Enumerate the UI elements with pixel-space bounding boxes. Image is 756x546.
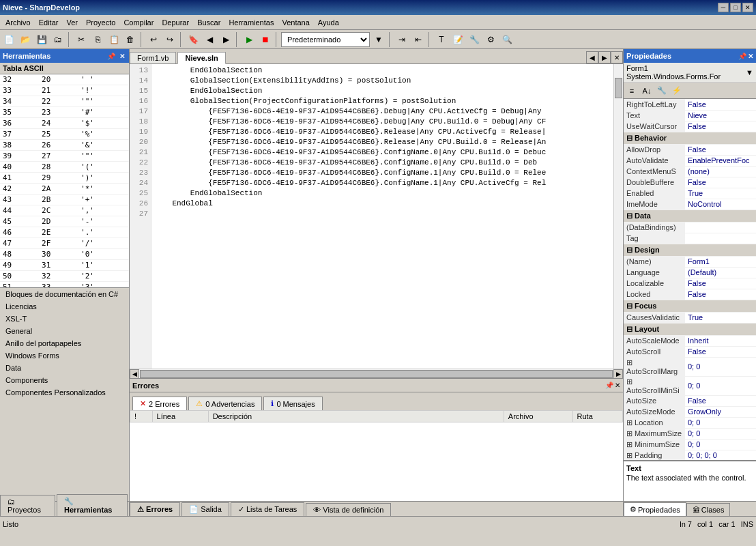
t3-btn[interactable]: 🔧 [467, 32, 482, 47]
table-row[interactable]: 422A'*' [0, 184, 129, 195]
h-scroll-left-btn[interactable]: ◀ [130, 369, 139, 379]
prop-value[interactable]: False [685, 99, 756, 110]
prop-value[interactable]: (none) [685, 166, 756, 177]
vscroll-thumb[interactable] [615, 78, 622, 98]
prop-value[interactable]: False [685, 278, 756, 289]
prop-value[interactable]: True [685, 188, 756, 199]
prop-value[interactable]: NoControl [685, 199, 756, 210]
h-scroll-thumb[interactable] [140, 370, 613, 378]
code-vscrollbar[interactable] [613, 64, 623, 369]
prop-value[interactable]: False [685, 289, 756, 300]
more-btn[interactable]: ▼ [371, 32, 386, 47]
undo-btn[interactable]: ↩ [146, 32, 161, 47]
delete-btn[interactable]: 🗑 [123, 32, 138, 47]
prop-value[interactable]: 0; 0 [685, 417, 756, 428]
minimize-button[interactable]: ─ [718, 3, 729, 12]
prop-value[interactable]: (Default) [685, 267, 756, 278]
pin-error-btn[interactable]: 📌 [605, 382, 613, 389]
tab-mensajes[interactable]: ℹ 0 Mensajes [263, 397, 322, 410]
tab-close-btn[interactable]: ✕ [611, 51, 623, 63]
save-btn[interactable]: 💾 [34, 32, 49, 47]
menu-proyecto[interactable]: Proyecto [82, 17, 119, 28]
menu-compilar[interactable]: Compilar [119, 17, 158, 28]
tab-advertencias[interactable]: ⚠ 0 Advertencias [188, 397, 262, 410]
tab-nievesln[interactable]: Nieve.sln [177, 52, 225, 64]
toolbox-item-data[interactable]: Data [0, 362, 129, 374]
close-button[interactable]: ✕ [742, 3, 753, 12]
cut-btn[interactable]: ✂ [74, 32, 89, 47]
tab-errores[interactable]: ✕ 2 Errores [132, 397, 187, 410]
toolbox-item-xslt[interactable]: XSL-T [0, 313, 129, 325]
table-row[interactable]: 5133'3' [0, 282, 129, 288]
tab-vista-def[interactable]: 👁 Vista de definición [306, 503, 391, 516]
t2-btn[interactable]: 📝 [450, 32, 465, 47]
prop-value[interactable]: True [685, 312, 756, 323]
nav-back-btn[interactable]: ◀ [202, 32, 217, 47]
menu-ver[interactable]: Ver [62, 17, 82, 28]
toolbox-item-gen[interactable]: General [0, 325, 129, 337]
tab-prev-btn[interactable]: ◀ [586, 51, 598, 63]
prop-value[interactable]: 0; 0 [685, 439, 756, 450]
table-row[interactable]: 3826'&' [0, 140, 129, 151]
table-row[interactable]: 432B'+' [0, 195, 129, 205]
prop-value[interactable]: Form1 [685, 256, 756, 267]
tab-next-btn[interactable]: ▶ [598, 51, 611, 63]
config-dropdown[interactable]: Predeterminado [281, 32, 370, 47]
t5-btn[interactable]: 🔍 [499, 32, 514, 47]
toolbox-item-clip[interactable]: Anillo del portapapeles [0, 337, 129, 349]
table-row[interactable]: 3725'%' [0, 129, 129, 140]
table-row[interactable]: 3321'!' [0, 85, 129, 96]
toolbox-item-doc[interactable]: Bloques de documentación en C# [0, 288, 129, 300]
prop-value[interactable]: False [685, 144, 756, 155]
ascii-section-header[interactable]: Tabla ASCII [0, 63, 129, 74]
nav-fwd-btn[interactable]: ▶ [218, 32, 233, 47]
table-row[interactable]: 3927'"' [0, 151, 129, 162]
table-row[interactable]: 442C',' [0, 205, 129, 216]
tab-lista-tareas[interactable]: ✓ Lista de Tareas [231, 502, 304, 516]
prop-value[interactable]: False [685, 395, 756, 406]
prop-value[interactable]: False [685, 177, 756, 188]
table-row[interactable]: 4028'(' [0, 162, 129, 173]
menu-buscar[interactable]: Buscar [193, 17, 224, 28]
tab-proyectos[interactable]: 🗂 Proyectos [0, 495, 55, 516]
tab-herramientas[interactable]: 🔧 Herramientas [57, 494, 128, 516]
open-btn[interactable]: 📂 [18, 32, 33, 47]
t4-btn[interactable]: ⚙ [483, 32, 498, 47]
table-row[interactable]: 452D'-' [0, 216, 129, 227]
maximize-button[interactable]: □ [730, 3, 741, 12]
props-btn4[interactable]: ⚡ [670, 84, 684, 98]
table-row[interactable]: 3422'"' [0, 96, 129, 107]
menu-archivo[interactable]: Archivo [1, 17, 35, 28]
tab-form1vb[interactable]: Form1.vb [130, 52, 176, 63]
prop-value[interactable]: EnablePreventFoc [685, 155, 756, 166]
prop-value[interactable]: False [685, 121, 756, 132]
new-btn[interactable]: 📄 [1, 32, 16, 47]
toolbox-item-comp[interactable]: Components [0, 374, 129, 386]
sort-category-btn[interactable]: ≡ [625, 84, 639, 98]
table-row[interactable]: 3220' ' [0, 74, 129, 85]
table-row[interactable]: 3624'$' [0, 118, 129, 129]
prop-value[interactable] [685, 222, 756, 233]
table-row[interactable]: 4931'1' [0, 260, 129, 271]
close-error-btn[interactable]: ✕ [615, 382, 620, 389]
toolbox-item-wf[interactable]: Windows Forms [0, 349, 129, 362]
outdent-btn[interactable]: ⇤ [411, 32, 426, 47]
t1-btn[interactable]: T [434, 32, 449, 47]
prop-value[interactable]: 0; 0; 0; 0 [685, 450, 756, 460]
props-pin-btn[interactable]: 📌 [738, 53, 746, 60]
prop-value[interactable]: 0; 0 [685, 376, 756, 395]
prop-value[interactable] [685, 233, 756, 244]
copy-btn[interactable]: ⎘ [90, 32, 105, 47]
save-all-btn[interactable]: 🗂 [50, 32, 66, 47]
table-row[interactable]: 4830'0' [0, 249, 129, 260]
table-row[interactable]: 462E'.' [0, 227, 129, 238]
toolbox-item-lic[interactable]: Licencias [0, 300, 129, 313]
menu-ventana[interactable]: Ventana [278, 17, 313, 28]
paste-btn[interactable]: 📋 [106, 32, 121, 47]
h-scroll-right-btn[interactable]: ▶ [613, 369, 623, 379]
prop-value[interactable]: 0; 0 [685, 357, 756, 376]
close-panel-btn[interactable]: ✕ [118, 53, 126, 60]
stop-btn[interactable]: ⏹ [258, 32, 273, 47]
props-close-btn[interactable]: ✕ [748, 53, 753, 60]
sort-alpha-btn[interactable]: A↓ [640, 84, 654, 98]
